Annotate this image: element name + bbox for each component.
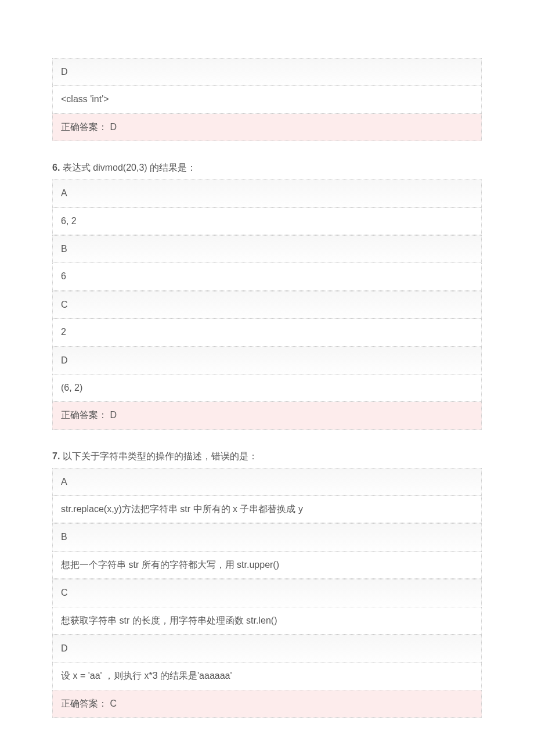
q7-option-d-label: D — [52, 635, 482, 663]
q7-answer-label: 正确答案： — [61, 699, 107, 708]
q6-option-a-label: A — [52, 179, 482, 207]
q6-number: 6. — [52, 163, 60, 172]
q7-option-a-text: str.replace(x,y)方法把字符串 str 中所有的 x 子串都替换成… — [52, 496, 482, 523]
q7-option-c-label: C — [52, 579, 482, 607]
q6-question-text: 表达式 divmod(20,3) 的结果是： — [60, 163, 196, 172]
q5-option-d-text: <class 'int'> — [52, 86, 482, 113]
q6-option-c-text: 2 — [52, 319, 482, 346]
q5-option-d-label: D — [52, 58, 482, 86]
q7-option-b-label: B — [52, 523, 482, 551]
q6-option-d-text: (6, 2) — [52, 375, 482, 402]
q6-answer-label: 正确答案： — [61, 410, 107, 420]
question-6-block: A 6, 2 B 6 C 2 D (6, 2) 正确答案： D — [52, 179, 482, 430]
page-container: D <class 'int'> 正确答案： D 6. 表达式 divmod(20… — [0, 0, 534, 756]
q6-option-a-text: 6, 2 — [52, 208, 482, 235]
q6-answer-value: D — [110, 410, 117, 420]
q7-answer-value: C — [110, 699, 117, 708]
q7-number: 7. — [52, 451, 60, 461]
q6-option-c-label: C — [52, 291, 482, 319]
q7-option-a-label: A — [52, 468, 482, 496]
q6-option-b-text: 6 — [52, 263, 482, 290]
q5-answer: 正确答案： D — [52, 114, 482, 141]
q7-heading: 7. 以下关于字符串类型的操作的描述，错误的是： — [52, 449, 482, 463]
question-5-block: D <class 'int'> 正确答案： D — [52, 58, 482, 141]
q6-heading: 6. 表达式 divmod(20,3) 的结果是： — [52, 161, 482, 175]
q7-option-b-text: 想把一个字符串 str 所有的字符都大写，用 str.upper() — [52, 552, 482, 579]
q6-answer: 正确答案： D — [52, 402, 482, 429]
q7-answer: 正确答案： C — [52, 690, 482, 718]
q7-option-c-text: 想获取字符串 str 的长度，用字符串处理函数 str.len() — [52, 607, 482, 635]
q7-option-d-text: 设 x = 'aa' ，则执行 x*3 的结果是'aaaaaa' — [52, 663, 482, 690]
q7-question-text: 以下关于字符串类型的操作的描述，错误的是： — [60, 451, 257, 461]
q6-option-b-label: B — [52, 235, 482, 263]
q6-option-d-label: D — [52, 347, 482, 375]
q5-answer-label: 正确答案： — [61, 122, 107, 132]
question-7-block: A str.replace(x,y)方法把字符串 str 中所有的 x 子串都替… — [52, 468, 482, 718]
q5-answer-value: D — [110, 122, 117, 132]
